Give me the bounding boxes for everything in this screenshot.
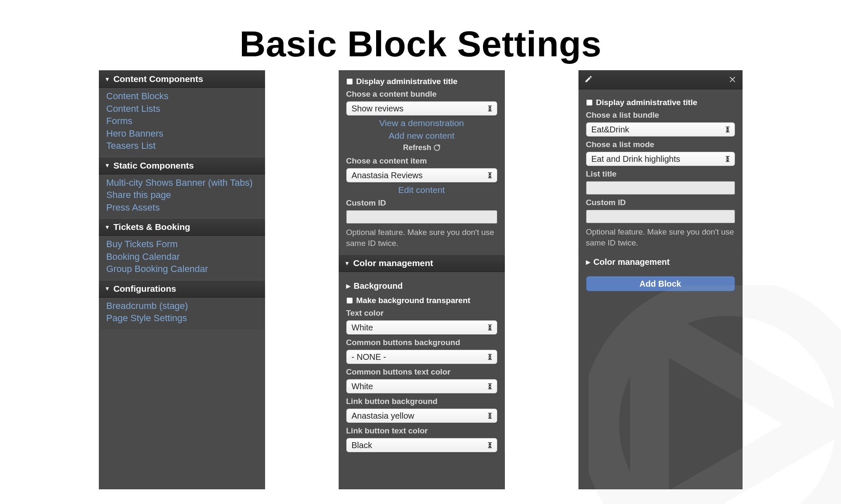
link-button-bg-value: Anastasia yellow — [352, 411, 414, 421]
select-arrows-icon: ▲▼ — [488, 383, 493, 390]
sidebar-components-panel: Content Components Content Blocks Conten… — [99, 70, 265, 489]
custom-id-input-3[interactable] — [586, 210, 735, 223]
custom-id-input[interactable] — [346, 210, 497, 224]
content-item-select[interactable]: Anastasia Reviews▲▼ — [346, 168, 497, 182]
select-arrows-icon: ▲▼ — [488, 105, 493, 112]
section-tickets-booking-list: Buy Tickets Form Booking Calendar Group … — [99, 236, 265, 280]
view-demonstration-link[interactable]: View a demonstration — [346, 118, 497, 128]
select-arrows-icon: ▲▼ — [488, 324, 493, 331]
add-new-content-link[interactable]: Add new content — [346, 131, 497, 141]
common-buttons-text-select[interactable]: White▲▼ — [346, 379, 497, 393]
sidebar-item-group-booking-calendar[interactable]: Group Booking Calendar — [106, 263, 257, 275]
list-mode-label: Chose a list mode — [586, 140, 735, 149]
close-icon[interactable] — [728, 75, 737, 85]
edit-content-link[interactable]: Edit content — [346, 185, 497, 195]
color-management-label: Color management — [353, 258, 433, 268]
select-arrows-icon: ▲▼ — [488, 354, 493, 360]
content-bundle-select[interactable]: Show reviews▲▼ — [346, 101, 497, 116]
background-label: Background — [354, 281, 403, 291]
content-list-settings-panel: Display administrative title Chose a lis… — [578, 70, 743, 489]
custom-id-label-3: Custom ID — [586, 198, 735, 207]
section-label: Tickets & Booking — [113, 222, 190, 232]
section-configurations[interactable]: Configurations — [99, 280, 265, 298]
add-block-label: Add Block — [639, 279, 681, 289]
section-content-components-list: Content Blocks Content Lists Forms Hero … — [99, 88, 265, 157]
select-arrows-icon: ▲▼ — [725, 156, 730, 162]
refresh-button[interactable]: Refresh — [346, 143, 497, 152]
custom-id-help-3: Optional feature. Make sure you don't us… — [586, 227, 735, 248]
edit-icon — [584, 75, 593, 85]
color-management-header[interactable]: Color management — [339, 254, 505, 272]
refresh-label: Refresh — [403, 143, 431, 152]
content-bundle-label: Chose a content bundle — [346, 90, 497, 99]
section-label: Configurations — [113, 284, 176, 294]
display-admin-title-checkbox[interactable] — [346, 78, 353, 85]
section-configurations-list: Breadcrumb (stage) Page Style Settings — [99, 298, 265, 329]
text-color-select[interactable]: White▲▼ — [346, 320, 497, 335]
content-item-label: Chose a content item — [346, 156, 497, 166]
custom-id-label: Custom ID — [346, 198, 497, 208]
add-block-button[interactable]: Add Block — [586, 276, 735, 291]
section-content-components[interactable]: Content Components — [99, 70, 265, 88]
sidebar-item-buy-tickets-form[interactable]: Buy Tickets Form — [106, 238, 257, 250]
common-buttons-bg-value: - NONE - — [352, 352, 386, 362]
display-admin-title-label: Display administrative title — [356, 77, 458, 86]
sidebar-item-page-style-settings[interactable]: Page Style Settings — [106, 312, 257, 324]
link-button-bg-select[interactable]: Anastasia yellow▲▼ — [346, 409, 497, 423]
list-title-input[interactable] — [586, 181, 735, 195]
link-button-bg-label: Link button background — [346, 397, 497, 406]
select-arrows-icon: ▲▼ — [488, 442, 493, 449]
select-arrows-icon: ▲▼ — [725, 126, 730, 133]
text-color-label: Text color — [346, 309, 497, 318]
make-bg-transparent-checkbox[interactable] — [346, 297, 353, 304]
section-tickets-booking[interactable]: Tickets & Booking — [99, 218, 265, 236]
section-label: Static Components — [113, 161, 194, 171]
list-title-label: List title — [586, 169, 735, 179]
text-color-value: White — [352, 323, 373, 332]
sidebar-item-content-blocks[interactable]: Content Blocks — [106, 90, 257, 102]
background-subheader[interactable]: Background — [346, 276, 497, 293]
sidebar-item-teasers-list[interactable]: Teasers List — [106, 140, 257, 152]
display-admin-title-checkbox-3[interactable] — [586, 99, 593, 106]
sidebar-item-share-this-page[interactable]: Share this page — [106, 189, 257, 201]
link-button-text-label: Link button text color — [346, 426, 497, 435]
make-bg-transparent-label: Make background transparent — [356, 296, 470, 305]
page-title: Basic Block Settings — [0, 23, 841, 65]
link-button-text-select[interactable]: Black▲▼ — [346, 438, 497, 452]
refresh-icon — [434, 145, 440, 151]
sidebar-item-content-lists[interactable]: Content Lists — [106, 103, 257, 115]
list-mode-select[interactable]: Eat and Drink highlights▲▼ — [586, 152, 735, 166]
common-buttons-bg-label: Common buttons background — [346, 338, 497, 347]
content-block-settings-panel: Display administrative title Chose a con… — [339, 70, 505, 489]
sidebar-item-hero-banners[interactable]: Hero Banners — [106, 128, 257, 140]
color-management-header-3[interactable]: Color management — [578, 254, 743, 270]
content-bundle-value: Show reviews — [352, 104, 403, 113]
common-buttons-text-value: White — [352, 382, 373, 391]
sidebar-item-multi-city-banner[interactable]: Multi-city Shows Banner (with Tabs) — [106, 177, 257, 189]
section-label: Content Components — [113, 74, 203, 84]
sidebar-item-forms[interactable]: Forms — [106, 115, 257, 127]
section-static-components[interactable]: Static Components — [99, 157, 265, 174]
select-arrows-icon: ▲▼ — [488, 172, 493, 179]
sidebar-item-press-assets[interactable]: Press Assets — [106, 202, 257, 214]
list-mode-value: Eat and Drink highlights — [592, 154, 680, 164]
list-bundle-value: Eat&Drink — [592, 125, 629, 135]
common-buttons-bg-select[interactable]: - NONE -▲▼ — [346, 350, 497, 364]
display-admin-title-label-3: Display administrative title — [596, 98, 698, 107]
custom-id-help: Optional feature. Make sure you don't us… — [346, 227, 497, 248]
list-bundle-select[interactable]: Eat&Drink▲▼ — [586, 122, 735, 137]
section-static-components-list: Multi-city Shows Banner (with Tabs) Shar… — [99, 174, 265, 219]
sidebar-item-booking-calendar[interactable]: Booking Calendar — [106, 251, 257, 263]
color-management-label-3: Color management — [594, 257, 670, 267]
content-item-value: Anastasia Reviews — [352, 171, 423, 180]
select-arrows-icon: ▲▼ — [488, 412, 493, 419]
list-bundle-label: Chose a list bundle — [586, 111, 735, 120]
link-button-text-value: Black — [352, 441, 372, 450]
sidebar-item-breadcrumb-stage[interactable]: Breadcrumb (stage) — [106, 300, 257, 312]
common-buttons-text-label: Common buttons text color — [346, 367, 497, 377]
